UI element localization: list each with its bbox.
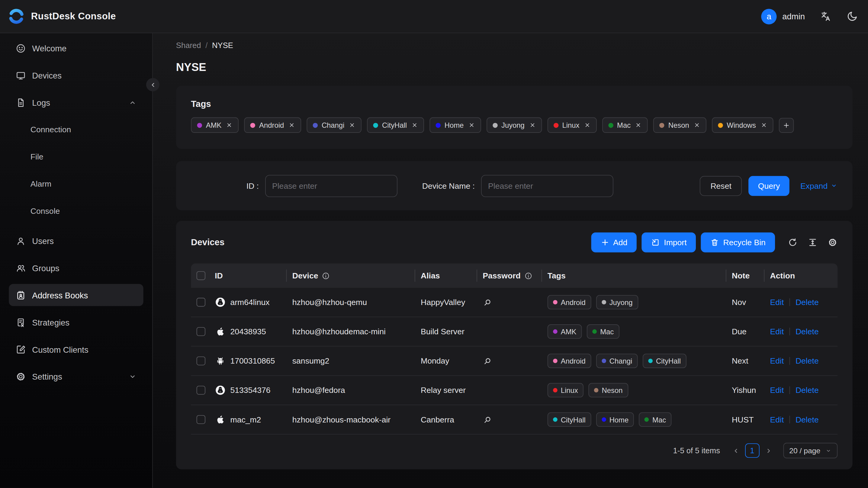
delete-link[interactable]: Delete (796, 298, 819, 306)
expand-toggle[interactable]: Expand (800, 181, 837, 190)
close-icon[interactable] (761, 122, 767, 128)
table-row: 1700310865sansumg2MondayAndroidChangiCit… (191, 346, 837, 376)
sidebar-item-custom-clients[interactable]: Custom Clients (9, 338, 143, 360)
close-icon[interactable] (349, 122, 355, 128)
close-icon[interactable] (693, 122, 700, 128)
moon-icon[interactable] (846, 10, 858, 22)
view-password-icon[interactable] (483, 298, 492, 307)
tag-chip-juyong[interactable]: Juyong (487, 118, 542, 133)
view-password-icon[interactable] (483, 415, 492, 424)
table-header-row: ID Device Alias Password Tags Note (191, 263, 837, 288)
close-icon[interactable] (226, 122, 232, 128)
prev-page-icon[interactable] (732, 447, 739, 454)
select-all-checkbox[interactable] (196, 271, 205, 280)
linux-os-icon (215, 297, 226, 308)
device-alias: Monday (421, 356, 450, 365)
tag-color-dot (553, 388, 558, 393)
sidebar-item-users[interactable]: Users (9, 230, 143, 252)
sidebar-item-logs[interactable]: Logs (9, 91, 143, 113)
page-size-select[interactable]: 20 / page (783, 443, 837, 458)
row-checkbox[interactable] (196, 356, 205, 365)
sidebar-item-devices[interactable]: Devices (9, 64, 143, 86)
sidebar-item-settings[interactable]: Settings (9, 365, 143, 388)
tag-color-dot (553, 330, 558, 334)
tag-label: Android (561, 298, 586, 306)
delete-link[interactable]: Delete (796, 356, 819, 365)
sidebar-item-label: Devices (32, 71, 62, 80)
chevron-down-icon (826, 448, 832, 454)
table-settings-gear-icon[interactable] (828, 237, 837, 247)
edit-link[interactable]: Edit (770, 298, 784, 306)
query-button[interactable]: Query (749, 176, 789, 196)
translate-icon[interactable] (820, 10, 832, 22)
tag-chip-windows[interactable]: Windows (712, 118, 773, 133)
edit-link[interactable]: Edit (770, 356, 784, 365)
row-checkbox[interactable] (196, 415, 205, 424)
tag-chip-mac[interactable]: Mac (602, 118, 648, 133)
reset-button[interactable]: Reset (700, 176, 742, 196)
tag-chip-changi[interactable]: Changi (307, 118, 362, 133)
device-name-filter-input[interactable] (481, 175, 613, 196)
add-button[interactable]: Add (591, 233, 637, 252)
sidebar-item-connection[interactable]: Connection (9, 118, 143, 141)
avatar[interactable]: a (762, 8, 777, 24)
row-height-icon[interactable] (808, 237, 817, 247)
close-icon[interactable] (288, 122, 295, 128)
delete-link[interactable]: Delete (796, 386, 819, 395)
cell-device: sansumg2 (287, 356, 415, 365)
tag-chip-linux[interactable]: Linux (547, 118, 596, 133)
user-name[interactable]: admin (782, 11, 805, 21)
close-icon[interactable] (411, 122, 418, 128)
sidebar-item-file[interactable]: File (9, 146, 143, 167)
rustdesk-logo-icon (8, 8, 25, 25)
sidebar-item-alarm[interactable]: Alarm (9, 173, 143, 195)
tag-label: Changi (610, 357, 632, 365)
sidebar-item-welcome[interactable]: Welcome (9, 37, 143, 59)
breadcrumb-current: NYSE (212, 41, 233, 50)
info-icon[interactable] (321, 272, 330, 280)
col-header-id: ID (215, 263, 287, 288)
tag-chip-home[interactable]: Home (430, 118, 481, 133)
sidebar-item-console[interactable]: Console (9, 200, 143, 222)
cell-action: EditDelete (765, 356, 837, 365)
tag-chip-neson[interactable]: Neson (653, 118, 706, 133)
action-divider (789, 357, 790, 365)
sidebar-item-groups[interactable]: Groups (9, 257, 143, 279)
tag-label: CityHall (656, 357, 681, 365)
app-title: RustDesk Console (31, 11, 116, 22)
close-icon[interactable] (468, 122, 475, 128)
info-icon[interactable] (524, 272, 532, 280)
close-icon[interactable] (529, 122, 536, 128)
breadcrumb-separator: / (205, 41, 208, 50)
edit-link[interactable]: Edit (770, 327, 784, 336)
chevron-left-icon (149, 81, 156, 89)
breadcrumb-parent[interactable]: Shared (176, 41, 201, 50)
next-page-icon[interactable] (765, 447, 772, 454)
delete-link[interactable]: Delete (796, 415, 819, 424)
sidebar-item-strategies[interactable]: Strategies (9, 311, 143, 333)
cell-alias: Build Server (415, 327, 477, 336)
view-password-icon[interactable] (483, 356, 492, 365)
sidebar-item-address-books[interactable]: Address Books (9, 284, 143, 306)
id-filter-input[interactable] (265, 175, 397, 196)
recycle-bin-button[interactable]: Recycle Bin (701, 233, 775, 252)
row-checkbox[interactable] (196, 386, 205, 395)
row-checkbox[interactable] (196, 298, 205, 306)
edit-link[interactable]: Edit (770, 386, 784, 395)
tag-chip-android[interactable]: Android (244, 118, 301, 133)
sidebar-collapse-button[interactable] (146, 78, 159, 91)
cell-tags: AndroidChangiCityHall (542, 354, 726, 368)
add-tag-button[interactable] (779, 118, 794, 132)
page-number-button[interactable]: 1 (745, 443, 760, 458)
device-name: hzhou@hzhou-qemu (292, 298, 367, 306)
row-checkbox[interactable] (196, 327, 205, 336)
refresh-icon[interactable] (788, 237, 798, 247)
close-icon[interactable] (584, 122, 590, 128)
import-button[interactable]: Import (642, 233, 696, 252)
tag-chip-amk[interactable]: AMK (191, 118, 239, 133)
close-icon[interactable] (635, 122, 642, 128)
tags-card: Tags AMKAndroidChangiCityHallHomeJuyongL… (176, 86, 852, 149)
delete-link[interactable]: Delete (796, 327, 819, 336)
tag-chip-cityhall[interactable]: CityHall (367, 118, 424, 133)
edit-link[interactable]: Edit (770, 415, 784, 424)
